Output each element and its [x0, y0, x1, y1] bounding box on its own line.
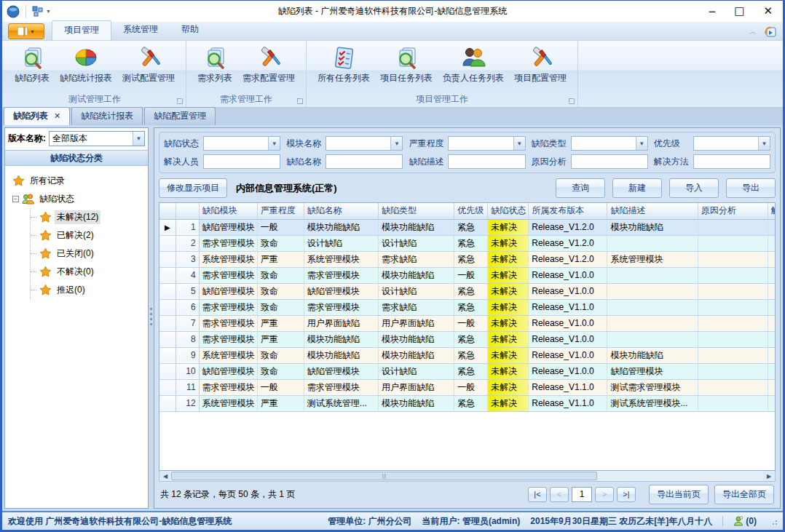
minimize-button[interactable]: ─: [709, 7, 715, 17]
filter-input-缺陷描述[interactable]: [448, 154, 525, 169]
record-summary: 共 12 条记录，每页 50 条，共 1 页: [160, 488, 295, 501]
scroll-right-icon[interactable]: ▶: [763, 471, 775, 481]
ribbon-button-需求列表[interactable]: 需求列表: [194, 44, 236, 87]
dialog-launcher-icon[interactable]: [569, 98, 575, 104]
close-button[interactable]: ✕: [763, 6, 773, 17]
tree-item-所有记录[interactable]: 所有记录: [12, 172, 146, 190]
table-row[interactable]: ▶1缺陷管理模块一般模块功能缺陷模块功能缺陷紧急未解决Release_V1.2.…: [159, 219, 776, 235]
menu-tab-项目管理[interactable]: 项目管理: [52, 20, 111, 40]
table-row[interactable]: 2需求管理模块致命设计缺陷设计缺陷紧急未解决Release_V1.2.0: [159, 235, 776, 251]
scroll-left-icon[interactable]: ◀: [159, 471, 171, 481]
doc-tab-缺陷统计报表[interactable]: 缺陷统计报表: [71, 107, 143, 125]
first-page-button[interactable]: |<: [528, 487, 547, 502]
dropdown-icon[interactable]: ▼: [758, 137, 770, 150]
ribbon-button-缺陷统计报表[interactable]: 缺陷统计报表: [56, 44, 116, 87]
filter-input-缺陷名称[interactable]: [326, 154, 403, 169]
export-current-page-button[interactable]: 导出当前页: [649, 485, 709, 504]
column-header-缺陷类型[interactable]: 缺陷类型: [378, 203, 454, 219]
dropdown-icon[interactable]: ▼: [636, 137, 647, 150]
column-header-严重程度[interactable]: 严重程度: [257, 203, 304, 219]
tab-close-icon[interactable]: ✕: [54, 111, 60, 121]
tree-item-已解决(2)[interactable]: 已解决(2): [31, 226, 146, 245]
next-page-button[interactable]: >: [595, 487, 614, 502]
scrollbar-track[interactable]: [171, 471, 763, 481]
table-row[interactable]: 5缺陷管理模块致命缺陷管理模块设计缺陷紧急未解决Release_V1.0.0: [159, 283, 776, 299]
table-row[interactable]: 12系统管理模块严重测试系统管理...模块功能缺陷紧急未解决Release_V1…: [159, 395, 776, 411]
column-header-缺陷模块[interactable]: 缺陷模块: [199, 203, 257, 219]
filter-input-解决人员[interactable]: [203, 154, 280, 169]
filter-combobox-缺陷类型[interactable]: ▼: [571, 136, 648, 151]
action-button-导出[interactable]: 导出: [726, 178, 776, 198]
table-row[interactable]: 9系统管理模块致命模块功能缺陷模块功能缺陷紧急未解决Release_V1.0.0…: [159, 347, 776, 363]
help-icon[interactable]: [764, 26, 777, 38]
previous-page-button[interactable]: <: [550, 487, 569, 502]
cell-solution: [768, 251, 776, 267]
filter-combobox-严重程度[interactable]: ▼: [448, 136, 525, 151]
table-row[interactable]: 10缺陷管理模块致命缺陷管理模块设计缺陷紧急未解决Release_V1.0.0缺…: [159, 363, 776, 379]
dropdown-icon[interactable]: ▼: [268, 137, 280, 150]
cell-severity: 严重: [257, 331, 304, 347]
filter-combobox-模块名称[interactable]: ▼: [326, 136, 403, 151]
column-header-解决方法[interactable]: 解决方法: [768, 203, 776, 219]
table-row[interactable]: 7需求管理模块严重用户界面缺陷用户界面缺陷一般未解决Release_V1.0.0: [159, 315, 776, 331]
cell-module: 需求管理模块: [199, 299, 257, 315]
tree-item-未解决(12)[interactable]: 未解决(12): [31, 208, 146, 226]
column-header-缺陷状态[interactable]: 缺陷状态: [488, 203, 529, 219]
collapse-ribbon-icon[interactable]: ︿: [749, 27, 757, 37]
menu-tab-帮助[interactable]: 帮助: [170, 20, 210, 40]
table-row[interactable]: 6需求管理模块致命需求管理模块需求缺陷紧急未解决Release_V1.1.0: [159, 299, 776, 315]
scrollbar-thumb[interactable]: [171, 472, 597, 480]
dialog-launcher-icon[interactable]: [177, 98, 183, 104]
column-header-原因分析[interactable]: 原因分析: [698, 203, 768, 219]
cell-module: 缺陷管理模块: [199, 363, 257, 379]
table-row[interactable]: 11需求管理模块一般需求管理模块用户界面缺陷一般未解决Release_V1.1.…: [159, 379, 776, 395]
ribbon-button-负责人任务列表[interactable]: 负责人任务列表: [439, 44, 508, 87]
ribbon-button-需求配置管理[interactable]: 需求配置管理: [239, 44, 299, 87]
export-all-pages-button[interactable]: 导出全部页: [714, 485, 774, 504]
menu-tab-系统管理[interactable]: 系统管理: [111, 20, 170, 40]
filter-combobox-缺陷状态[interactable]: ▼: [203, 136, 280, 151]
action-button-查询[interactable]: 查询: [556, 178, 605, 198]
horizontal-scrollbar[interactable]: ◀ ▶: [159, 471, 776, 482]
dialog-launcher-icon[interactable]: [297, 98, 303, 104]
filter-input-原因分析[interactable]: [571, 154, 648, 169]
column-header-缺陷名称[interactable]: 缺陷名称: [304, 203, 378, 219]
panel-splitter[interactable]: [149, 127, 154, 509]
ribbon-button-所有任务列表[interactable]: 所有任务列表: [314, 44, 374, 87]
action-button-新建[interactable]: 新建: [612, 178, 662, 198]
cell-priority: 紧急: [454, 331, 488, 347]
filter-input-解决方法[interactable]: [693, 154, 770, 169]
resize-grip-icon[interactable]: [770, 517, 777, 525]
dropdown-icon[interactable]: ▼: [390, 137, 402, 150]
doc-tab-缺陷列表[interactable]: 缺陷列表✕: [4, 107, 70, 125]
column-header-缺陷描述[interactable]: 缺陷描述: [607, 203, 698, 219]
quick-access-dropdown-icon[interactable]: ▼: [46, 9, 51, 14]
application-menu-button[interactable]: ▼: [8, 23, 44, 39]
doc-tab-缺陷配置管理[interactable]: 缺陷配置管理: [144, 107, 216, 125]
filter-combobox-优先级[interactable]: ▼: [693, 136, 770, 151]
version-combobox[interactable]: 全部版本 ▼: [49, 131, 145, 146]
quick-access-grid-icon[interactable]: [32, 6, 44, 17]
column-header-优先级[interactable]: 优先级: [454, 203, 488, 219]
table-row[interactable]: 3系统管理模块严重系统管理模块需求缺陷紧急未解决Release_V1.2.0系统…: [159, 251, 776, 267]
version-dropdown-icon[interactable]: ▼: [133, 132, 144, 146]
modify-display-items-button[interactable]: 修改显示项目: [159, 178, 227, 198]
users-icon: [461, 46, 486, 71]
dropdown-icon[interactable]: ▼: [513, 137, 525, 150]
tree-item-缺陷状态[interactable]: −缺陷状态: [12, 190, 146, 208]
ribbon-button-项目配置管理[interactable]: 项目配置管理: [510, 44, 570, 87]
page-number-input[interactable]: [572, 487, 592, 502]
last-page-button[interactable]: >|: [617, 487, 636, 502]
table-row[interactable]: 4需求管理模块致命需求管理模块模块功能缺陷一般未解决Release_V1.0.0: [159, 267, 776, 283]
ribbon-button-测试配置管理[interactable]: 测试配置管理: [119, 44, 178, 87]
maximize-button[interactable]: □: [734, 6, 744, 17]
action-button-导入[interactable]: 导入: [669, 178, 719, 198]
table-row[interactable]: 8需求管理模块严重模块功能缺陷模块功能缺陷紧急未解决Release_V1.0.0: [159, 331, 776, 347]
column-header-所属发布版本[interactable]: 所属发布版本: [529, 203, 607, 219]
tree-item-不解决(0)[interactable]: 不解决(0): [31, 263, 146, 281]
ribbon-button-项目任务列表[interactable]: 项目任务列表: [376, 44, 436, 87]
tree-item-已关闭(0)[interactable]: 已关闭(0): [31, 245, 146, 263]
ribbon-button-缺陷列表[interactable]: 缺陷列表: [11, 44, 53, 87]
tree-item-推迟(0)[interactable]: 推迟(0): [31, 281, 146, 299]
tree-collapse-icon[interactable]: −: [12, 196, 19, 202]
